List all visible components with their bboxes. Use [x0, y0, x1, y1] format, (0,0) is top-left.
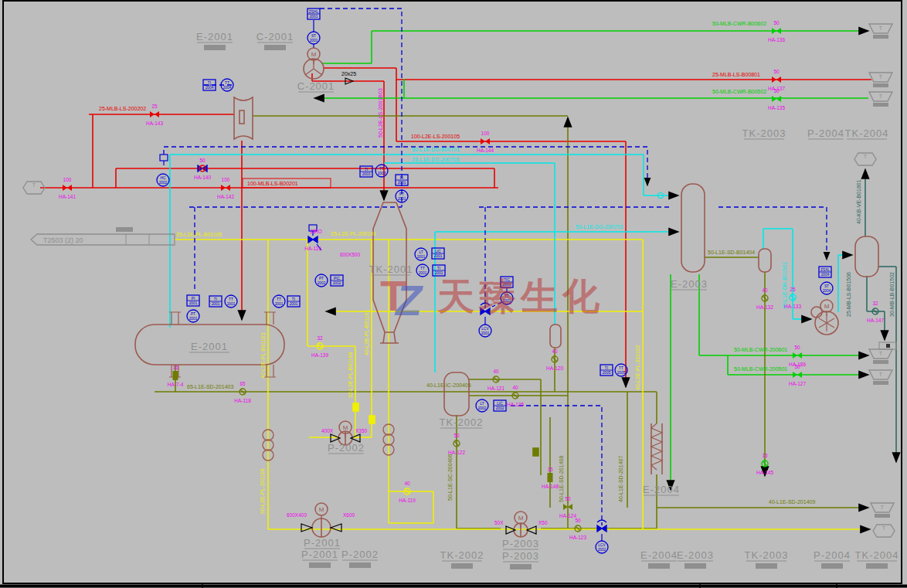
instrument-tag: LIC: [497, 402, 503, 406]
instrument-tt-2001[interactable]: TT2001: [225, 295, 237, 308]
instrument-zshl-2001[interactable]: ZSHL2001: [307, 8, 320, 19]
instrument-tt-2001[interactable]: TT2001: [416, 264, 429, 277]
exchanger-e2004: [651, 423, 662, 474]
equipment-tag-p2003: P-2003: [502, 538, 539, 549]
valve-tag: HA-121: [487, 386, 504, 391]
size-label: 600X400: [287, 512, 307, 518]
equipment-tag-tk2002_b: TK-2002: [440, 549, 484, 561]
line-flag[interactable]: T2503 (2) 20: [31, 227, 175, 245]
equipment-tag-p2003_b: P-2003: [502, 550, 539, 562]
offpage-connector[interactable]: T: [854, 153, 876, 165]
pipe-label: 50-L1E-SD-201408: [559, 456, 564, 502]
instrument-number: 2002: [478, 406, 487, 410]
instrument-hc-2002[interactable]: HC2002: [157, 174, 169, 186]
valve-size: 50: [199, 158, 206, 163]
valve-size: 65: [239, 381, 246, 386]
offpage-connector[interactable]: T: [869, 370, 892, 385]
valve-ha-7-4[interactable]: 15HA-7-4: [168, 365, 184, 387]
equipment-tag-p2001_b: P-2001: [301, 549, 338, 560]
instrument-st-2001[interactable]: ST2001: [307, 32, 320, 44]
connector-letter: T: [882, 525, 886, 531]
instrument-number: 2001: [310, 15, 318, 19]
offpage-connector[interactable]: T: [869, 73, 892, 87]
valve-ha-148[interactable]: 15HA-148: [542, 467, 559, 489]
instrument-zsxl-2004[interactable]: ZSXL2004: [819, 267, 831, 277]
valve-tag: HA-119: [399, 498, 416, 503]
valve-tag: HA-116: [304, 246, 321, 251]
motor[interactable]: M: [315, 503, 328, 519]
valve-ha-132[interactable]: 40HA-132: [756, 287, 773, 310]
instrument-lcv-2001[interactable]: LCV2001: [479, 325, 491, 337]
instrument-tag: TI: [292, 297, 295, 301]
pipe-label: 32-L2E-PL-B01108: [348, 352, 353, 398]
instrument-lt-2001[interactable]: LT2001: [415, 248, 427, 260]
instrument-number: 2001: [290, 302, 298, 306]
instrument-tag: TT: [229, 297, 233, 301]
valve-tag: HA-127: [789, 381, 806, 386]
instrument-number: 2001: [434, 254, 443, 258]
valve-ha-120[interactable]: 40HA-120: [546, 348, 563, 371]
instrument-lic-2002[interactable]: LIC2002: [494, 400, 506, 411]
connector-letter: T: [864, 154, 868, 159]
offpage-connector[interactable]: T: [869, 349, 892, 364]
offpage-connector[interactable]: T: [873, 525, 895, 537]
valve-ha-135[interactable]: 50HA-135: [768, 88, 785, 110]
valve-size: 50: [773, 88, 780, 93]
valve-size: 15: [762, 453, 768, 458]
instrument-pt-2001[interactable]: PT2001: [187, 310, 199, 322]
offpage-connector[interactable]: T: [869, 92, 892, 107]
valve-size: 100: [63, 177, 72, 182]
valve-size: 40: [762, 287, 768, 293]
instrument-number: 2001: [398, 181, 406, 185]
offpage-connector[interactable]: T: [871, 503, 894, 518]
instrument-fi-2001[interactable]: FI2001: [396, 175, 408, 185]
revision-block: [204, 45, 226, 50]
revision-block: [510, 564, 532, 569]
instrument-number: 2001: [417, 255, 426, 259]
instrument-number: 2001: [435, 271, 443, 275]
motor-letter: M: [319, 506, 324, 513]
pipe-label: 50-MLB-CWR-B00502: [712, 89, 766, 94]
instrument-ti-2003[interactable]: TI2003: [360, 166, 372, 177]
instrument-st-2004[interactable]: ST2004: [820, 282, 833, 294]
offpage-connector[interactable]: T: [869, 24, 892, 39]
instrument-ti-2004[interactable]: TI2004: [203, 80, 216, 90]
pipe-label: 40-L1E-DR-B01501: [782, 261, 787, 309]
instrument-ti-2001[interactable]: TI2001: [209, 296, 222, 307]
valve-tag: HA-118: [234, 398, 251, 403]
motor[interactable]: M: [339, 421, 352, 437]
instrument-number: 2001: [310, 39, 318, 42]
instrument-number: 2001: [275, 302, 284, 306]
motor[interactable]: M: [307, 48, 320, 64]
instrument-tag: ST: [311, 34, 316, 38]
equipment-tag-p2004_b: P-2004: [814, 549, 851, 561]
size-label: 600X500: [340, 252, 360, 257]
instrument-lic-2001[interactable]: LIC2001: [432, 248, 444, 259]
instrument-pt-2001[interactable]: PT2001: [396, 190, 408, 202]
revision-block: [309, 563, 331, 568]
instrument-ti-2005[interactable]: TI2005: [600, 365, 613, 376]
instrument-pic-2002[interactable]: PIC2002: [331, 275, 343, 286]
equipment-tag-e2004_b: E-2004: [640, 549, 678, 561]
instrument-tt-2003[interactable]: TT2003: [375, 165, 388, 177]
valve-ha-122[interactable]: 50HA-122: [448, 433, 465, 455]
instrument-ti-2001[interactable]: TI2001: [287, 296, 300, 307]
instrument-number: 2002: [333, 281, 341, 285]
valve-size: 32: [872, 301, 878, 306]
instrument-number: 2001: [227, 302, 236, 306]
valve-ha-145[interactable]: 15HA-145: [756, 453, 773, 475]
pipe-label: 50-MLB-CWR-200601: [734, 347, 787, 352]
valve-tag: HA-145: [756, 470, 773, 475]
revision-block: [264, 45, 286, 50]
instrument-lt-2002[interactable]: LT2002: [476, 399, 488, 412]
instrument-tag: TT: [379, 167, 384, 171]
instrument-tag: TT: [277, 297, 281, 301]
valve-size: 100: [222, 177, 230, 182]
valve-tag: HA-7-4: [168, 382, 184, 387]
instrument-pi-2001[interactable]: PI2001: [187, 295, 199, 306]
instrument-lcv-2002[interactable]: LCV2002: [596, 541, 608, 553]
instrument-tt-2001[interactable]: TT2001: [273, 295, 285, 308]
revision-block: [648, 563, 670, 569]
instrument-pt-2002[interactable]: PT2002: [315, 274, 328, 287]
valve-size: 25: [151, 104, 158, 109]
